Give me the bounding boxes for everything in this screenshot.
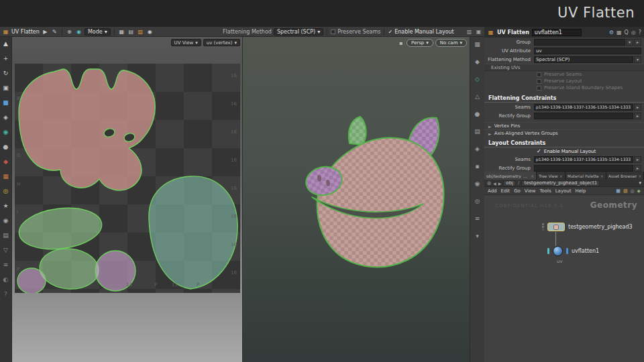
isolate-icon[interactable]: ◎ [474,197,482,205]
layout-seams-select-button[interactable]: ▸ [634,156,641,163]
node-name-field[interactable]: uvflatten1 [532,29,582,36]
wireframe-icon[interactable]: ◇ [474,75,482,83]
gallery-icon[interactable]: ◎ [631,29,636,36]
snapshot-icon[interactable]: ◉ [146,28,154,36]
mode-dropdown[interactable]: Mode ▾ [85,28,111,36]
info-icon[interactable]: ≡ [1,261,10,269]
menu-add[interactable]: Add [488,188,497,194]
close-icon[interactable]: × [559,174,563,178]
camera-icon[interactable]: ◉ [1,217,10,225]
no-cam-button[interactable]: No cam ▾ [435,39,467,47]
uv-island-ear-right[interactable] [38,246,101,291]
group-icon[interactable]: ▦ [118,28,125,36]
path-options-icon[interactable]: ▾ [639,180,641,186]
uv-island-head[interactable] [19,69,155,190]
close-icon[interactable]: × [531,174,534,178]
flattening-method-caret[interactable]: ▾ [634,56,641,63]
persp-view-button[interactable]: Persp ▾ [407,39,433,47]
pin-icon[interactable]: ◎ [487,180,491,186]
preserve-seams-checkbox[interactable] [537,72,541,77]
pane-layout-icon[interactable]: ▦ [474,40,482,48]
search-icon[interactable]: Q [624,29,628,36]
uv-island-back[interactable] [149,176,237,289]
help-icon[interactable]: ? [1,290,10,299]
pattern-icon[interactable]: ▤ [127,28,135,36]
node-uvflatten[interactable]: uvflatten1 [547,246,599,256]
group-dropdown-button[interactable]: ▾ [626,39,633,46]
uv-attribute-field[interactable]: uv [534,48,641,54]
menu-view[interactable]: View [525,188,536,194]
axis-aligned-collapsible[interactable]: ► Axis-Aligned Vertex Groups [484,129,644,137]
strip-options-icon[interactable]: ▾ [474,232,482,240]
lights-icon[interactable]: ★ [1,202,10,210]
breadcrumb-obj[interactable]: obj [503,180,516,186]
menu-go[interactable]: Go [514,188,521,194]
menu-edit[interactable]: Edit [501,188,511,194]
view-lock-icon[interactable]: ▪ [397,40,405,47]
scene-viewport[interactable]: ▪ Persp ▾ No cam ▾ [242,37,470,362]
play-icon[interactable]: ▶ [42,28,49,36]
uv-select-icon[interactable]: ◉ [1,128,10,137]
uv-viewport[interactable]: 16 16 16 16 16 16 16 16 B G H I P 14 P 1… [12,37,242,362]
edit-icon[interactable]: ✎ [51,28,58,36]
rotate-tool-icon[interactable]: ↻ [1,69,10,78]
check-icon[interactable]: ✓ [388,29,392,35]
network-canvas[interactable]: CONFIDENTIAL H19.5.3 Geometry testgeomet… [484,195,644,362]
folder-icon[interactable]: ▨ [137,28,144,36]
translate-tool-icon[interactable]: + [1,54,10,63]
uv-island-ear-left[interactable] [17,204,104,254]
uv-island-snout[interactable] [95,251,136,291]
node-display-flag[interactable] [566,248,568,254]
materials-icon[interactable]: ◎ [1,187,10,196]
pane-max-icon[interactable]: ▣ [475,28,482,36]
scale-tool-icon[interactable]: ▣ [1,84,10,93]
panes-icon[interactable]: ▦ [616,29,622,36]
handles-icon[interactable]: ⊕ [66,28,73,36]
layout-rectify-field[interactable] [534,165,633,172]
gear-icon[interactable]: ⚙ [609,29,614,36]
shaded-mode-icon[interactable]: ◆ [474,58,482,66]
pane-tab-material-palette[interactable]: Material Palette × [566,172,606,180]
preserve-island-checkbox[interactable] [537,86,541,90]
close-icon[interactable]: × [638,174,641,178]
help-icon[interactable]: ? [639,29,641,36]
pane-split-icon[interactable]: ▥ [466,28,473,36]
edges-mode-icon[interactable]: ◆ [1,158,10,166]
uv-overlay-icon[interactable]: ◉ [474,180,482,188]
flattening-method-dropdown[interactable]: Spectral (SCP) [534,56,633,63]
seams-field[interactable]: p1340-1339-1338-1337-1336-1335-1334-1333 [534,104,633,111]
breadcrumb-object[interactable]: testgeometry_pighead_object1 [521,180,600,186]
flattening-method-dropdown[interactable]: Spectral (SCP) ▾ [274,28,323,36]
select-tool-icon[interactable]: ▲ [1,40,10,48]
menu-help[interactable]: Help [576,188,586,194]
vertex-pins-collapsible[interactable]: ► Vertex Pins [484,122,644,129]
forward-icon[interactable]: ▶ [498,181,502,186]
node-testgeometry-pighead[interactable]: testgeometry_pighead3 [542,223,633,231]
overview-icon[interactable]: ▦ [616,188,621,194]
node-flag-left[interactable] [547,248,549,254]
brush-icon[interactable]: ◉ [75,28,83,36]
snap-view-icon[interactable]: ◈ [474,145,482,153]
pane-tab-network[interactable]: obj/testgeometry_pighead_object1 × [484,172,537,180]
layout-seams-field[interactable]: p1340-1339-1338-1337-1336-1335-1334-1333 [534,156,633,163]
node-wire[interactable] [555,232,556,246]
points-mode-icon[interactable]: ● [1,143,10,152]
close-icon[interactable]: × [600,174,604,178]
back-icon[interactable]: ◀ [493,181,496,186]
uvflatten-node-icon[interactable] [553,246,563,256]
group-field[interactable] [534,39,625,46]
ruler-icon[interactable]: ≡ [474,215,482,223]
points-display-icon[interactable]: ● [474,110,482,118]
rectify-group-field[interactable] [534,113,633,119]
uv-island-small[interactable] [17,268,46,293]
locate-icon[interactable]: ◎ [631,188,635,194]
palette-icon[interactable]: ▨ [623,188,628,194]
prims-mode-icon[interactable]: ▦ [1,172,10,181]
seams-select-button[interactable]: ▸ [634,104,641,111]
rectify-select-button[interactable]: ▸ [634,113,641,119]
lock-icon[interactable]: ■ [1,99,10,107]
preserve-seams-checkbox[interactable] [331,29,335,34]
net-snap-icon[interactable]: ◈ [637,188,641,194]
uv-view-dropdown[interactable]: UV View ▾ [171,39,201,46]
grid-icon[interactable]: ▤ [1,231,10,240]
